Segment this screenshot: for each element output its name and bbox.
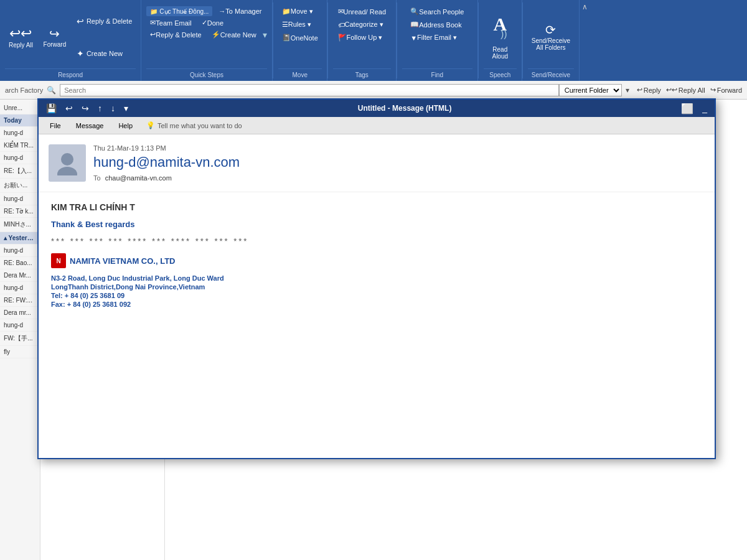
quicksteps-expand-icon[interactable]: ▾ <box>263 30 267 40</box>
expand-msg-button[interactable]: ⬜ <box>679 101 696 116</box>
left-panel-dera-mr2[interactable]: Dera mr... <box>0 307 40 319</box>
tab-help[interactable]: Help <box>112 119 139 132</box>
unread-icon: ✉ <box>338 7 344 16</box>
create-new-qs-button[interactable]: ⚡ Create New <box>208 29 260 40</box>
speech-label: Speech <box>484 68 517 78</box>
email-action-buttons: ↩ Reply ↩↩ Reply All ↪ Forward <box>637 86 742 94</box>
save-qa-button[interactable]: 💾 <box>44 102 59 114</box>
folder-select[interactable]: Current Folder <box>559 84 622 96</box>
onenote-button[interactable]: 📓 OneNote <box>278 32 322 43</box>
minimize-msg-button[interactable]: _ <box>700 102 710 114</box>
search-icon: 🔍 <box>47 86 56 95</box>
forward-bar-icon: ↪ <box>710 86 716 94</box>
fax-line: Fax: + 84 (0) 25 3681 092 <box>51 301 702 308</box>
email-to-address: chau@namita-vn.com <box>105 174 172 182</box>
left-panel-hung5[interactable]: hung-d <box>0 282 40 294</box>
quicksteps-label: Quick Steps <box>146 68 266 78</box>
folder-expand-icon[interactable]: ▾ <box>626 86 629 95</box>
forward-icon: ↪ <box>49 27 60 40</box>
tab-file[interactable]: File <box>44 119 67 132</box>
reply-all-icon: ↩↩ <box>9 27 32 40</box>
svg-point-1 <box>57 167 77 175</box>
search-people-icon: 🔍 <box>410 7 419 16</box>
to-manager-button[interactable]: → To Manager <box>215 6 265 16</box>
tel-line: Tel: + 84 (0) 25 3681 09 <box>51 292 702 299</box>
left-panel-minh[interactable]: MINHさ... <box>0 218 40 232</box>
address-book-button[interactable]: 📖 Address Book <box>406 19 467 30</box>
left-panel-re-to[interactable]: RE: Tờ k... <box>0 205 40 218</box>
lightbulb-icon: 💡 <box>146 121 155 129</box>
left-panel-hung6[interactable]: hung-d <box>0 319 40 332</box>
ribbon-respond-section: ↩↩ Reply All ↪ Forward ↩ Reply & Delete … <box>0 0 141 81</box>
undo-qa-button[interactable]: ↩ <box>63 102 75 114</box>
email-subject-heading: KIM TRA LI CHÍNH T <box>51 202 702 212</box>
left-panel-fly[interactable]: fly <box>0 346 40 358</box>
reply-delete-icon: ↩ <box>77 16 84 26</box>
left-panel-yesterday: ▴ Yesterd... <box>0 232 40 245</box>
up-qa-button[interactable]: ↑ <box>95 102 105 114</box>
rules-button[interactable]: ☰ Rules ▾ <box>278 19 322 30</box>
reply-button[interactable]: ↩ Reply <box>637 86 661 94</box>
cuc-thue-dong-button[interactable]: 📁 Cục Thuế Đông... <box>146 6 212 16</box>
tell-me-input[interactable]: 💡 Tell me what you want to do <box>146 121 242 129</box>
email-date: Thu 21-Mar-19 1:13 PM <box>93 144 705 152</box>
ribbon-quicksteps-section: 📁 Cục Thuế Đông... → To Manager ✉ Team E… <box>141 0 272 81</box>
left-panel-re-nyu[interactable]: RE:【入... <box>0 164 40 179</box>
forward-bar-button[interactable]: ↪ Forward <box>710 86 742 94</box>
done-button[interactable]: ✓ Done <box>198 17 227 28</box>
filter-email-button[interactable]: ▼ Filter Email ▾ <box>406 32 467 43</box>
search-input[interactable] <box>60 84 559 96</box>
follow-up-button[interactable]: 🚩 Follow Up ▾ <box>334 32 390 43</box>
email-signature: N NAMITA VIETNAM CO., LTD N3-2 Road, Lon… <box>51 253 702 308</box>
left-panel-fw[interactable]: FW:【手... <box>0 332 40 346</box>
left-panel-dera-mr[interactable]: Dera Mr... <box>0 269 40 282</box>
search-label: arch Factory <box>5 86 43 94</box>
sender-avatar <box>49 144 86 182</box>
logo-icon: N <box>51 253 66 268</box>
reply-delete-qs-button[interactable]: ↩ Reply & Delete <box>146 29 205 40</box>
send-receive-button[interactable]: ⟳ Send/ReceiveAll Folders <box>528 21 574 54</box>
message-window: 💾 ↩ ↪ ↑ ↓ ▾ Untitled - Message (HTML) ⬜ … <box>37 98 716 459</box>
reply-delete-button[interactable]: ↩ Reply & Delete <box>73 15 136 27</box>
reply-all-button[interactable]: ↩↩ Reply All <box>5 24 37 51</box>
reply-all-bar-button[interactable]: ↩↩ Reply All <box>666 86 705 94</box>
team-email-button[interactable]: ✉ Team Email <box>146 17 195 28</box>
left-panel-kiem[interactable]: KIỂM TR... <box>0 139 40 152</box>
respond-label: Respond <box>5 68 136 78</box>
create-new-icon: ✦ <box>77 49 84 58</box>
search-people-button[interactable]: 🔍 Search People <box>406 6 467 17</box>
left-panel-unread[interactable]: Unre... <box>0 102 40 114</box>
left-panel-hung3[interactable]: hung-d <box>0 193 40 205</box>
email-body: KIM TRA LI CHÍNH T Thank & Best regards … <box>39 192 715 458</box>
message-title: Untitled - Message (HTML) <box>134 104 675 113</box>
tab-message[interactable]: Message <box>70 119 110 132</box>
left-panel-hung4[interactable]: hung-d <box>0 245 40 257</box>
create-new-qs-icon: ⚡ <box>212 30 220 39</box>
left-panel-hung1[interactable]: hung-d <box>0 127 40 139</box>
more-qa-button[interactable]: ▾ <box>121 102 131 114</box>
categorize-button[interactable]: 🏷 Categorize ▾ <box>334 19 390 30</box>
left-panel-re-bao[interactable]: RE: Bao... <box>0 257 40 269</box>
unread-read-button[interactable]: ✉ Unread/ Read <box>334 6 390 17</box>
redo-qa-button[interactable]: ↪ <box>79 102 92 114</box>
ribbon-sendreceive-section: ⟳ Send/ReceiveAll Folders Send/Receive <box>523 0 580 81</box>
email-from: hung-d@namita-vn.com <box>93 154 705 170</box>
ribbon: ↩↩ Reply All ↪ Forward ↩ Reply & Delete … <box>0 0 747 81</box>
message-quick-access: 💾 ↩ ↪ ↑ ↓ ▾ Untitled - Message (HTML) ⬜ … <box>39 100 715 117</box>
left-panel-hung2[interactable]: hung-d <box>0 152 40 164</box>
onenote-icon: 📓 <box>282 34 291 42</box>
forward-button[interactable]: ↪ Forward <box>39 25 70 50</box>
left-panel-onegai[interactable]: お願い... <box>0 179 40 193</box>
create-new-button[interactable]: ✦ Create New <box>73 47 136 60</box>
move-button[interactable]: 📁 Move ▾ <box>278 6 322 17</box>
svg-point-0 <box>61 153 73 166</box>
done-icon: ✓ <box>202 19 207 27</box>
email-regards: Thank & Best regards <box>51 220 702 229</box>
ribbon-collapse-button[interactable]: ∧ <box>580 0 590 81</box>
search-bar: arch Factory 🔍 Current Folder ▾ ↩ Reply … <box>0 81 747 100</box>
down-qa-button[interactable]: ↓ <box>108 102 118 114</box>
left-panel-re-fw[interactable]: RE: FW:... <box>0 294 40 307</box>
email-to-line: To chau@namita-vn.com <box>93 174 705 182</box>
email-metadata: Thu 21-Mar-19 1:13 PM hung-d@namita-vn.c… <box>93 144 705 182</box>
read-aloud-button[interactable]: A )) ReadAloud <box>484 12 515 62</box>
